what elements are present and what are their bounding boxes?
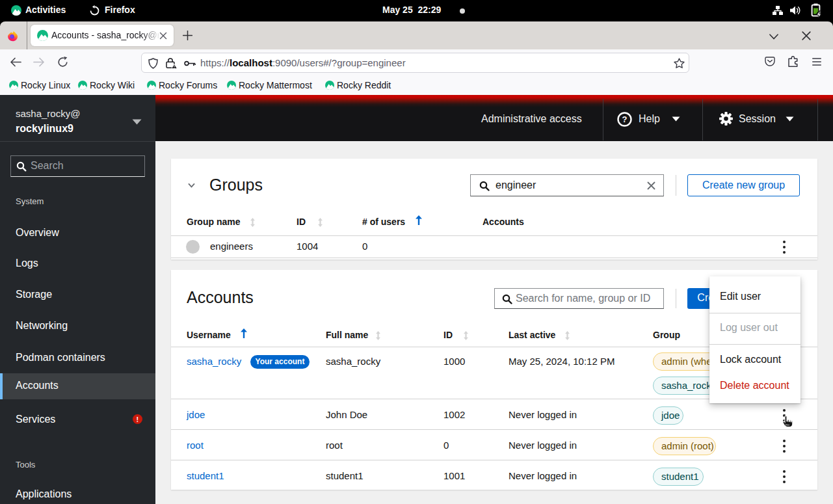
svg-text:?: ? [622,114,628,124]
